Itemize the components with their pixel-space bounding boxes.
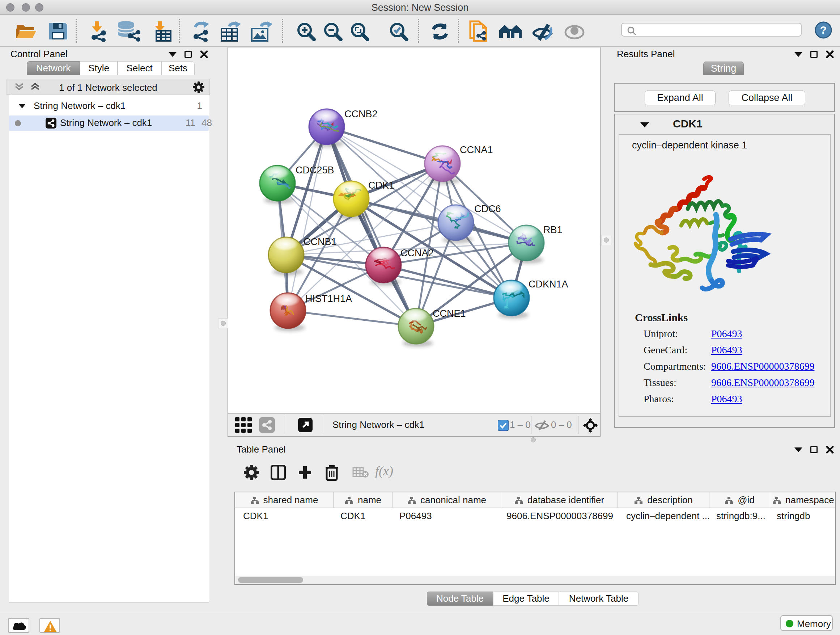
svg-text:?: ? — [820, 24, 827, 36]
svg-text:CDC25B: CDC25B — [295, 165, 334, 176]
svg-text:RB1: RB1 — [543, 225, 562, 235]
svg-text:CCNB2: CCNB2 — [344, 109, 378, 119]
svg-text:CDK1: CDK1 — [368, 180, 394, 191]
svg-text:CCNA2: CCNA2 — [401, 248, 434, 258]
svg-text:CCNE1: CCNE1 — [433, 308, 466, 319]
svg-text:CDKN1A: CDKN1A — [529, 279, 568, 290]
svg-text:HIST1H1A: HIST1H1A — [305, 293, 352, 304]
svg-text:CCNB1: CCNB1 — [303, 236, 337, 247]
svg-text:CDC6: CDC6 — [474, 203, 501, 214]
svg-text:CCNA1: CCNA1 — [460, 144, 493, 155]
